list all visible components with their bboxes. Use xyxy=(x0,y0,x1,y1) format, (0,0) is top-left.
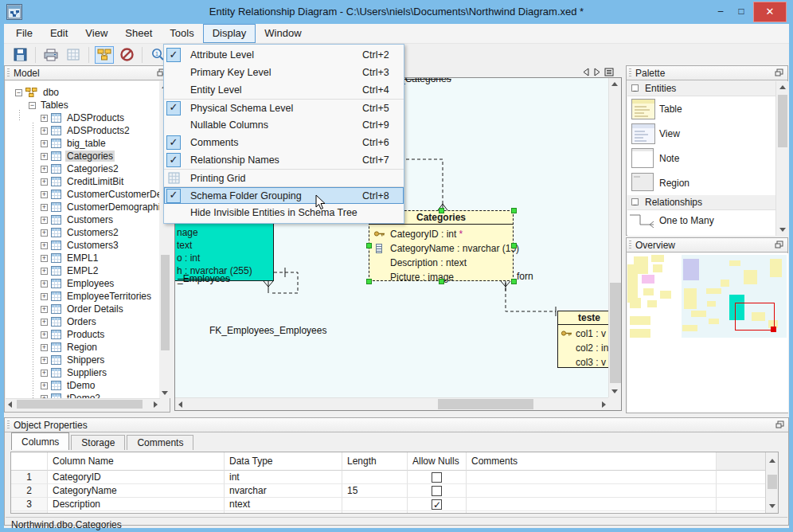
grid-scrollbar[interactable] xyxy=(765,452,778,514)
menu-item[interactable]: ✓ Physical Schema Level Ctrl+5 xyxy=(164,99,404,116)
prev-sheet-icon[interactable] xyxy=(582,68,590,76)
overview-panel-header[interactable]: Overview xyxy=(627,238,787,252)
print-button[interactable] xyxy=(41,46,61,64)
palette-item-table[interactable]: Table xyxy=(627,96,788,121)
model-panel-header[interactable]: Model xyxy=(5,66,170,80)
float-panel-icon[interactable] xyxy=(775,68,783,76)
close-button[interactable]: ✕ xyxy=(753,2,787,22)
comments-cell[interactable] xyxy=(467,471,717,484)
palette-panel-header[interactable]: Palette xyxy=(627,66,787,80)
column-name-cell[interactable]: CategoryName xyxy=(48,484,225,498)
tree-item-table[interactable]: CreditLimitBit xyxy=(6,175,159,188)
titlebar[interactable]: Entity Relationship Diagram - C:\Users\n… xyxy=(0,0,793,24)
selection-handle[interactable] xyxy=(511,243,517,248)
tree-item-table[interactable]: Shippers xyxy=(6,354,159,366)
comments-cell[interactable] xyxy=(467,498,717,511)
tree-item-dbo[interactable]: dbo xyxy=(6,86,159,99)
allow-nulls-checkbox[interactable] xyxy=(432,472,442,483)
menubar-item[interactable]: File xyxy=(7,24,41,43)
expand-icon[interactable] xyxy=(41,344,48,351)
selection-handle[interactable] xyxy=(439,208,444,213)
menubar-item[interactable]: Edit xyxy=(41,24,76,43)
palette-item-note[interactable]: Note xyxy=(627,146,788,170)
expand-icon[interactable] xyxy=(41,204,48,211)
column-name-cell[interactable]: CategoryID xyxy=(48,471,225,484)
tree-item-table[interactable]: tDemo2 xyxy=(6,392,159,398)
expand-icon[interactable] xyxy=(41,242,48,249)
tree-item-table[interactable]: EMPL1 xyxy=(6,252,159,264)
next-sheet-icon[interactable] xyxy=(593,68,601,76)
maximize-button[interactable]: □ xyxy=(731,5,752,19)
expand-icon[interactable] xyxy=(41,140,48,147)
data-type-cell[interactable]: int xyxy=(225,471,342,484)
length-cell[interactable] xyxy=(342,498,408,511)
table-row[interactable]: 2 CategoryName nvarchar 15 xyxy=(11,484,778,498)
menubar-item[interactable]: Sheet xyxy=(116,24,161,43)
menubar-item[interactable]: Window xyxy=(256,24,310,43)
float-panel-icon[interactable] xyxy=(775,421,784,428)
menu-item[interactable]: ✓ Printing Grid xyxy=(164,169,404,186)
viewport-resize-handle[interactable] xyxy=(771,327,776,332)
selection-handle[interactable] xyxy=(511,279,517,284)
comments-cell[interactable] xyxy=(467,484,717,498)
selection-handle[interactable] xyxy=(366,279,372,284)
tree-item-table[interactable]: EMPL2 xyxy=(6,264,159,277)
printing-grid-button[interactable] xyxy=(64,46,83,64)
expand-icon[interactable] xyxy=(41,382,48,389)
properties-tab[interactable]: Columns xyxy=(11,432,69,450)
menu-item[interactable]: ✓ Schema Folder Grouping Ctrl+8 xyxy=(164,186,404,204)
tree-item-table[interactable]: Employees xyxy=(6,277,159,290)
collapse-icon[interactable] xyxy=(15,89,22,96)
expand-icon[interactable] xyxy=(41,166,48,173)
table-row[interactable]: 3 Description ntext xyxy=(11,498,778,511)
tree-item-table[interactable]: CustomerDemographi xyxy=(6,201,159,213)
minimize-button[interactable]: – xyxy=(710,5,731,19)
collapse-icon[interactable] xyxy=(29,102,36,109)
menu-item[interactable]: ✓ Primary Key Level Ctrl+3 xyxy=(164,64,404,81)
expand-icon[interactable] xyxy=(41,178,48,186)
tree-item-table[interactable]: Customers2 xyxy=(6,226,159,239)
expand-icon[interactable] xyxy=(41,153,48,160)
menu-item[interactable]: ✓ Hide Invisible Entities in Schema Tree xyxy=(164,204,404,221)
tree-item-table[interactable]: Customers xyxy=(6,213,159,226)
expand-icon[interactable] xyxy=(41,255,48,262)
sheet-list-icon[interactable] xyxy=(604,68,614,76)
expand-icon[interactable] xyxy=(41,293,48,300)
tree-item-table[interactable]: Customers3 xyxy=(6,239,159,252)
allow-nulls-checkbox[interactable] xyxy=(432,513,442,514)
tree-item-table[interactable]: Products xyxy=(6,328,159,341)
properties-tab[interactable]: Storage xyxy=(71,435,125,450)
menubar-item[interactable]: View xyxy=(76,24,116,43)
expand-icon[interactable] xyxy=(41,127,48,135)
selection-handle[interactable] xyxy=(366,243,372,248)
palette-group-entities[interactable]: Entities xyxy=(627,81,788,96)
palette-item-view[interactable]: View xyxy=(627,121,788,146)
palette-group-relationships[interactable]: Relationships xyxy=(627,195,788,210)
allow-nulls-checkbox[interactable] xyxy=(432,486,442,496)
expand-icon[interactable] xyxy=(41,370,48,377)
tree-item-table[interactable]: ADSProducts2 xyxy=(6,124,159,137)
overview-minimap[interactable] xyxy=(627,253,788,413)
tree-item-table[interactable]: Suppliers xyxy=(6,366,159,379)
data-type-cell[interactable]: ntext xyxy=(225,498,342,511)
length-cell[interactable]: 15 xyxy=(342,484,408,498)
menubar-item[interactable]: Display xyxy=(203,24,256,43)
canvas-vertical-scrollbar[interactable] xyxy=(608,78,621,397)
tree-item-table[interactable]: Order Details xyxy=(6,303,159,315)
minimap-viewport[interactable] xyxy=(735,303,775,331)
column-name-cell[interactable]: Description xyxy=(48,498,225,511)
palette-scrollbar[interactable] xyxy=(775,81,788,236)
menu-item[interactable]: ✓ Entity Level Ctrl+4 xyxy=(164,81,404,99)
length-cell[interactable] xyxy=(342,471,408,484)
expand-icon[interactable] xyxy=(41,115,48,122)
expand-icon[interactable] xyxy=(41,331,48,338)
palette-item-one-to-many[interactable]: One to Many xyxy=(627,210,788,232)
expand-icon[interactable] xyxy=(41,357,48,364)
float-panel-icon[interactable] xyxy=(775,241,783,248)
menu-item[interactable]: ✓ Comments Ctrl+6 xyxy=(164,134,404,151)
palette-item-region[interactable]: Region xyxy=(627,170,788,195)
properties-tab[interactable]: Comments xyxy=(127,435,193,450)
tree-item-table[interactable]: big_table xyxy=(6,137,159,150)
tree-item-table[interactable]: CustomerCustomerDe xyxy=(6,188,159,201)
menu-item[interactable]: ✓ Relationship Names Ctrl+7 xyxy=(164,151,404,169)
